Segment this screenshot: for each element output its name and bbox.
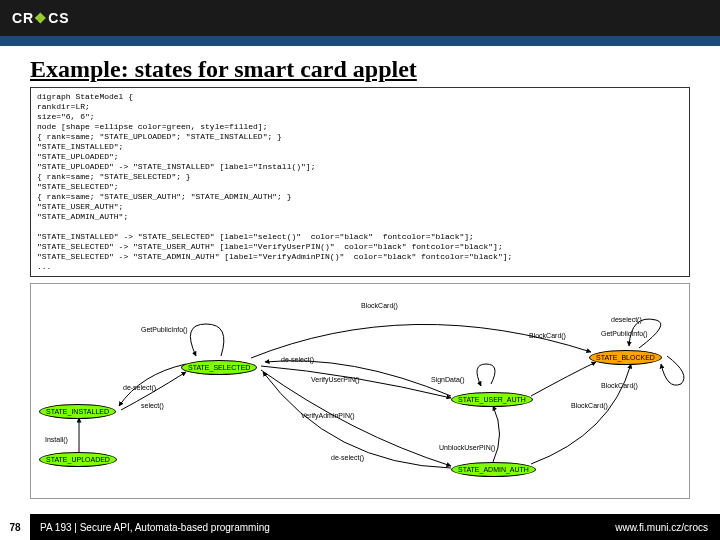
header-bar: CR❖CS bbox=[0, 0, 720, 36]
slide-content: Example: states for smart card applet di… bbox=[0, 46, 720, 499]
edge-label: de-select() bbox=[281, 356, 314, 363]
slide-title: Example: states for smart card applet bbox=[30, 56, 690, 83]
edge-label: de-select() bbox=[331, 454, 364, 461]
logo-part-left: CR bbox=[12, 10, 34, 26]
edge-label: SignData() bbox=[431, 376, 464, 383]
edge-label: VerifyAdminPIN() bbox=[301, 412, 355, 419]
state-diagram: STATE_INSTALLEDSTATE_UPLOADEDSTATE_SELEC… bbox=[30, 283, 690, 499]
footer-url: www.fi.muni.cz/crocs bbox=[615, 522, 720, 533]
edge-label: BlockCard() bbox=[601, 382, 638, 389]
state-node-installed: STATE_INSTALLED bbox=[39, 404, 116, 419]
state-node-blocked: STATE_BLOCKED bbox=[589, 350, 662, 365]
edge-label: de-select() bbox=[123, 384, 156, 391]
edge-label: deselect() bbox=[611, 316, 642, 323]
blue-band bbox=[0, 36, 720, 46]
footer: 78 PA 193 | Secure API, Automata-based p… bbox=[0, 514, 720, 540]
footer-course: PA 193 | Secure API, Automata-based prog… bbox=[40, 522, 270, 533]
edge-label: GetPublicInfo() bbox=[601, 330, 648, 337]
code-box: digraph StateModel { rankdir=LR; size="6… bbox=[30, 87, 690, 277]
state-node-selected: STATE_SELECTED bbox=[181, 360, 257, 375]
state-node-adminauth: STATE_ADMIN_AUTH bbox=[451, 462, 536, 477]
edge-label: select() bbox=[141, 402, 164, 409]
logo: CR❖CS bbox=[12, 10, 70, 26]
state-node-userauth: STATE_USER_AUTH bbox=[451, 392, 533, 407]
edge-label: BlockCard() bbox=[571, 402, 608, 409]
page-number: 78 bbox=[0, 514, 30, 540]
logo-part-right: CS bbox=[48, 10, 69, 26]
edge-label: Install() bbox=[45, 436, 68, 443]
logo-accent: ❖ bbox=[34, 10, 48, 26]
edge-label: UnblockUserPIN() bbox=[439, 444, 495, 451]
edge-label: GetPublicInfo() bbox=[141, 326, 188, 333]
diagram-edges bbox=[31, 284, 689, 498]
state-node-uploaded: STATE_UPLOADED bbox=[39, 452, 117, 467]
edge-label: BlockCard() bbox=[361, 302, 398, 309]
edge-label: VerifyUserPIN() bbox=[311, 376, 360, 383]
edge-label: BlockCard() bbox=[529, 332, 566, 339]
